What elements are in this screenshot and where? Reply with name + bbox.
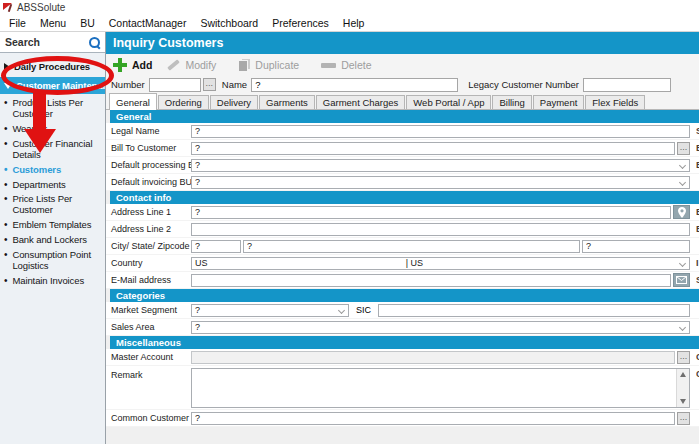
email-address-label: E-Mail address <box>111 275 191 285</box>
legal-name-input[interactable] <box>191 125 690 138</box>
field-row-market-segment: Market Segment ? SIC <box>106 302 699 319</box>
menu-bu[interactable]: BU <box>73 15 102 31</box>
sidebar-item-consumption-point-logistics[interactable]: Consumption Point Logistics <box>0 248 105 274</box>
menu-file[interactable]: File <box>2 15 33 31</box>
bullet-icon <box>4 276 7 287</box>
collapsed-arrow-icon <box>4 63 10 71</box>
menu-help[interactable]: Help <box>336 15 372 31</box>
default-invoicing-bu-label: Default invoicing BU <box>111 177 191 187</box>
bill-to-customer-browse-button[interactable]: ... <box>677 142 690 155</box>
country-select[interactable]: US | US <box>191 257 690 270</box>
sidebar-item-price-lists-per-customer[interactable]: Price Lists Per Customer <box>0 192 105 218</box>
search-input[interactable] <box>5 36 77 48</box>
zipcode-input[interactable] <box>582 240 690 253</box>
master-account-browse-button[interactable]: ... <box>677 351 690 364</box>
delete-button[interactable]: Delete <box>321 59 371 71</box>
section-header-miscellaneous: Miscellaneous <box>110 336 699 349</box>
name-input[interactable] <box>251 78 458 92</box>
tab-general[interactable]: General <box>109 93 157 110</box>
modify-button[interactable]: Modify <box>166 59 216 71</box>
sidebar-item-product-lists-per-customer[interactable]: Product Lists Per Customer <box>0 96 105 122</box>
sales-area-select[interactable]: ? <box>191 321 690 334</box>
number-browse-button[interactable]: ... <box>203 78 216 91</box>
map-pin-icon <box>678 207 686 218</box>
address-line-1-input[interactable] <box>191 206 671 219</box>
field-row-bill-to-customer: Bill To Customer ... B <box>106 140 699 157</box>
tab-garments[interactable]: Garments <box>259 95 315 109</box>
field-row-address-line-2: Address Line 2 B <box>106 221 699 238</box>
common-customer-input[interactable] <box>191 412 675 425</box>
field-row-remark: Remark C <box>106 366 699 410</box>
send-email-button[interactable] <box>673 273 690 287</box>
sidebar-search <box>0 32 105 53</box>
sidebar-item-wearers[interactable]: Wearers <box>0 122 105 137</box>
sidebar-item-customer-financial-details[interactable]: Customer Financial Details <box>0 137 105 163</box>
email-address-input[interactable] <box>191 274 671 287</box>
form-area: General Legal Name S Bill To Customer ..… <box>106 110 699 444</box>
menu-contactmanager[interactable]: ContactManager <box>102 15 194 31</box>
vertical-scrollbar[interactable] <box>676 369 689 407</box>
menu-switchboard[interactable]: Switchboard <box>193 15 265 31</box>
bill-to-customer-label: Bill To Customer <box>111 143 191 153</box>
field-row-default-processing-bu: Default processing BU ? E <box>106 157 699 174</box>
sidebar-group-customer-maintenance[interactable]: Customer Maintenance <box>0 77 105 94</box>
bill-to-customer-input[interactable] <box>191 142 675 155</box>
common-customer-browse-button[interactable]: ... <box>677 412 690 425</box>
tab-billing[interactable]: Billing <box>492 95 531 109</box>
tab-bar: General Ordering Delivery Garments Garme… <box>106 93 699 110</box>
tab-ordering[interactable]: Ordering <box>158 95 209 109</box>
name-label: Name <box>222 79 247 90</box>
chevron-down-icon <box>679 178 686 185</box>
duplicate-icon <box>238 59 250 72</box>
bullet-icon <box>4 235 7 246</box>
master-account-input[interactable] <box>191 351 675 364</box>
number-input[interactable] <box>149 78 201 92</box>
menu-menu[interactable]: Menu <box>33 15 73 31</box>
sidebar-item-departments[interactable]: Departments <box>0 178 105 193</box>
tab-garment-charges[interactable]: Garment Charges <box>316 95 406 109</box>
sidebar-item-emblem-templates[interactable]: Emblem Templates <box>0 218 105 233</box>
sidebar-group-label: Customer Maintenance <box>16 80 119 91</box>
sidebar-item-customers[interactable]: Customers <box>0 163 105 178</box>
address-line-2-input[interactable] <box>191 223 690 236</box>
delete-icon <box>321 63 336 68</box>
sidebar-group-daily-procedures[interactable]: Daily Procedures <box>0 58 105 75</box>
chevron-down-icon <box>338 306 345 313</box>
remark-label: Remark <box>111 368 191 380</box>
duplicate-button[interactable]: Duplicate <box>238 59 299 72</box>
sic-input[interactable] <box>378 304 690 317</box>
state-input[interactable] <box>243 240 580 253</box>
scroll-up-icon <box>680 372 686 377</box>
city-input[interactable] <box>191 240 241 253</box>
master-account-label: Master Account <box>111 352 191 362</box>
remark-textarea[interactable] <box>191 368 690 408</box>
default-invoicing-bu-select[interactable]: ? <box>191 176 690 189</box>
sidebar-item-maintain-invoices[interactable]: Maintain Invoices <box>0 274 105 289</box>
tab-flex-fields[interactable]: Flex Fields <box>585 95 645 109</box>
default-processing-bu-label: Default processing BU <box>111 160 191 170</box>
chevron-down-icon <box>679 323 686 330</box>
tab-web-portal-app[interactable]: Web Portal / App <box>406 95 491 109</box>
app-logo-icon <box>3 2 13 13</box>
field-row-legal-name: Legal Name S <box>106 123 699 140</box>
sidebar-item-bank-and-lockers[interactable]: Bank and Lockers <box>0 233 105 248</box>
menu-preferences[interactable]: Preferences <box>265 15 336 31</box>
address-line-1-label: Address Line 1 <box>111 207 191 217</box>
add-button[interactable]: Add <box>113 58 152 72</box>
legal-name-label: Legal Name <box>111 126 191 136</box>
chevron-down-icon <box>679 259 686 266</box>
country-label: Country <box>111 258 191 268</box>
search-icon[interactable] <box>88 36 101 49</box>
bullet-icon <box>4 98 7 109</box>
tab-payment[interactable]: Payment <box>533 95 585 109</box>
default-processing-bu-select[interactable]: ? <box>191 159 690 172</box>
bullet-icon <box>4 220 7 231</box>
window-title: ABSSolute <box>17 2 65 13</box>
field-row-city-state-zipcode: City/ State/ Zipcode <box>106 238 699 255</box>
section-header-contact-info: Contact info <box>110 191 699 204</box>
tab-delivery[interactable]: Delivery <box>210 95 258 109</box>
market-segment-select[interactable]: ? <box>191 304 349 317</box>
legacy-customer-number-input[interactable] <box>583 78 671 92</box>
bullet-icon <box>4 194 7 205</box>
map-pin-button[interactable] <box>673 205 690 219</box>
